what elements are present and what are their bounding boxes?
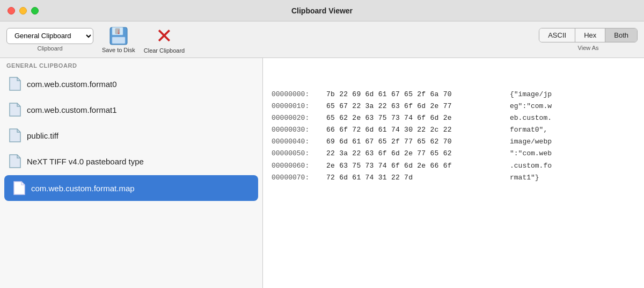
hex-ascii: format0", xyxy=(510,124,547,136)
sidebar-item[interactable]: NeXT TIFF v4.0 pasteboard type xyxy=(0,148,262,174)
sidebar: GENERAL CLIPBOARD com.web.custom.format0… xyxy=(0,58,263,288)
hex-ascii: ":"com.web xyxy=(510,148,552,160)
hex-ascii: eg":"com.w xyxy=(510,100,552,112)
sidebar-item-label: com.web.custom.format.map xyxy=(31,184,135,193)
clear-clipboard-button[interactable]: ✕ Clear Clipboard xyxy=(144,26,185,54)
hex-address: 00000050: xyxy=(272,148,320,160)
hex-address: 00000040: xyxy=(272,136,320,148)
view-as-ascii-button[interactable]: ASCII xyxy=(539,28,575,42)
sidebar-item[interactable]: com.web.custom.format.map xyxy=(4,175,258,201)
sidebar-item[interactable]: public.tiff xyxy=(0,123,262,148)
file-icon xyxy=(9,76,21,91)
hex-bytes: 65 62 2e 63 75 73 74 6f 6d 2e xyxy=(326,112,503,124)
hex-address: 00000010: xyxy=(272,100,320,112)
clipboard-select-wrapper: General Clipboard Find Clipboard Clipboa… xyxy=(6,28,93,52)
sidebar-group-header: GENERAL CLIPBOARD xyxy=(0,58,262,71)
hex-row: 00000060:2e 63 75 73 74 6f 6d 2e 66 6f.c… xyxy=(272,160,635,172)
hex-row: 00000010:65 67 22 3a 22 63 6f 6d 2e 77eg… xyxy=(272,100,635,112)
hex-row: 00000030:66 6f 72 6d 61 74 30 22 2c 22fo… xyxy=(272,124,635,136)
sidebar-item[interactable]: com.web.custom.format1 xyxy=(0,97,262,123)
file-icon xyxy=(13,181,26,196)
save-to-disk-label: Save to Disk xyxy=(102,47,135,53)
window-title: Clipboard Viewer xyxy=(291,6,353,15)
view-as-group: ASCII Hex Both View As xyxy=(539,28,638,51)
toolbar: General Clipboard Find Clipboard Clipboa… xyxy=(0,21,644,58)
hex-bytes: 22 3a 22 63 6f 6d 2e 77 65 62 xyxy=(326,148,503,160)
hex-ascii: eb.custom. xyxy=(510,112,552,124)
hex-view: 00000000:7b 22 69 6d 61 67 65 2f 6a 70{"… xyxy=(263,58,644,288)
traffic-lights xyxy=(8,7,39,15)
sidebar-item[interactable]: com.web.custom.format0 xyxy=(0,71,262,97)
file-icon xyxy=(9,154,21,169)
title-bar: Clipboard Viewer xyxy=(0,0,644,21)
svg-rect-3 xyxy=(112,37,125,44)
hex-ascii: {"image/jp xyxy=(510,89,552,100)
sidebar-item-label: public.tiff xyxy=(27,131,58,140)
hex-row: 00000020:65 62 2e 63 75 73 74 6f 6d 2eeb… xyxy=(272,112,635,124)
save-to-disk-button[interactable]: ↓ Save to Disk xyxy=(102,26,135,53)
clipboard-select[interactable]: General Clipboard Find Clipboard xyxy=(6,28,93,44)
hex-bytes: 65 67 22 3a 22 63 6f 6d 2e 77 xyxy=(326,100,503,112)
hex-bytes: 2e 63 75 73 74 6f 6d 2e 66 6f xyxy=(326,160,503,172)
hex-address: 00000060: xyxy=(272,160,320,172)
floppy-disk-icon: ↓ xyxy=(109,26,128,46)
view-as-label: View As xyxy=(578,45,599,51)
minimize-button[interactable] xyxy=(19,7,27,15)
maximize-button[interactable] xyxy=(31,7,39,15)
hex-bytes: 7b 22 69 6d 61 67 65 2f 6a 70 xyxy=(326,89,503,100)
clear-clipboard-label: Clear Clipboard xyxy=(144,47,185,54)
hex-address: 00000000: xyxy=(272,89,320,100)
hex-address: 00000070: xyxy=(272,172,320,184)
svg-text:↓: ↓ xyxy=(116,27,120,35)
hex-address: 00000020: xyxy=(272,112,320,124)
hex-row: 00000000:7b 22 69 6d 61 67 65 2f 6a 70{"… xyxy=(272,89,635,100)
file-icon xyxy=(9,128,21,143)
clipboard-label: Clipboard xyxy=(37,45,62,52)
sidebar-list: com.web.custom.format0 com.web.custom.fo… xyxy=(0,71,262,288)
sidebar-item-label: NeXT TIFF v4.0 pasteboard type xyxy=(27,157,144,166)
view-as-hex-button[interactable]: Hex xyxy=(575,28,605,42)
hex-row: 00000050:22 3a 22 63 6f 6d 2e 77 65 62":… xyxy=(272,148,635,160)
hex-ascii: .custom.fo xyxy=(510,160,552,172)
hex-bytes: 72 6d 61 74 31 22 7d xyxy=(326,172,503,184)
view-as-both-button[interactable]: Both xyxy=(605,28,637,42)
close-button[interactable] xyxy=(8,7,15,15)
hex-ascii: image/webp xyxy=(510,136,552,148)
view-as-buttons: ASCII Hex Both xyxy=(539,28,638,42)
sidebar-item-label: com.web.custom.format1 xyxy=(27,105,117,114)
hex-address: 00000030: xyxy=(272,124,320,136)
main-content: GENERAL CLIPBOARD com.web.custom.format0… xyxy=(0,58,644,288)
hex-bytes: 69 6d 61 67 65 2f 77 65 62 70 xyxy=(326,136,503,148)
file-icon xyxy=(9,102,21,117)
hex-row: 00000040:69 6d 61 67 65 2f 77 65 62 70im… xyxy=(272,136,635,148)
hex-ascii: rmat1"} xyxy=(510,172,539,184)
clear-clipboard-icon: ✕ xyxy=(156,26,173,46)
sidebar-item-label: com.web.custom.format0 xyxy=(27,80,117,89)
hex-row: 00000070:72 6d 61 74 31 22 7drmat1"} xyxy=(272,172,635,184)
hex-bytes: 66 6f 72 6d 61 74 30 22 2c 22 xyxy=(326,124,503,136)
